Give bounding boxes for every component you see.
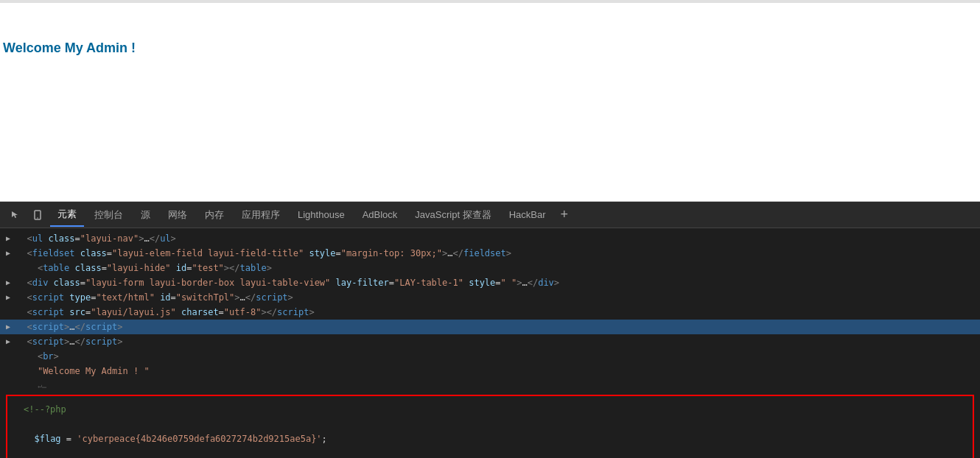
code-line-1: ▶ <ul class="layui-nav">…</ul> (0, 231, 980, 246)
php-comment-open: <!--?php (10, 402, 970, 417)
devtools-toolbar: 元素 控制台 源 网络 内存 应用程序 Lighthouse AdBlock J… (0, 202, 980, 228)
tab-sources[interactable]: 源 (133, 204, 158, 226)
code-line-3: <table class="layui-hide" id="test"></ta… (0, 261, 980, 275)
arrow-6 (6, 305, 13, 320)
arrow-3 (6, 261, 13, 275)
code-line-7-highlighted: ▶ <script>…</script> (0, 320, 980, 334)
code-line-9: <br> (0, 349, 980, 364)
arrow-1: ▶ (6, 231, 13, 246)
tab-js-profiler[interactable]: JavaScript 探查器 (407, 204, 498, 226)
php-flag-line: $flag = 'cyberpeace{4b246e0759defa602727… (10, 431, 970, 446)
arrow-9 (6, 349, 13, 364)
arrow-7: ▶ (6, 320, 13, 334)
tab-lighthouse[interactable]: Lighthouse (290, 205, 352, 225)
tab-adblock[interactable]: AdBlock (355, 205, 405, 225)
code-line-11: ↵… (0, 378, 980, 393)
tab-elements[interactable]: 元素 (50, 203, 84, 227)
device-icon[interactable] (28, 207, 47, 223)
arrow-8: ▶ (6, 334, 13, 349)
code-inspector[interactable]: ▶ <ul class="layui-nav">…</ul> ▶ <fields… (0, 228, 980, 458)
cursor-icon[interactable] (6, 207, 25, 223)
tab-network[interactable]: 网络 (161, 204, 195, 226)
tab-console[interactable]: 控制台 (87, 204, 130, 226)
arrow-10 (6, 364, 13, 378)
add-tab-button[interactable]: + (556, 205, 573, 224)
arrow-11 (6, 378, 13, 393)
code-line-4: ▶ <div class="layui-form layui-border-bo… (0, 275, 980, 290)
code-line-2: ▶ <fieldset class="layui-elem-field layu… (0, 246, 980, 261)
page-content-area: Welcome My Admin ! (0, 3, 980, 202)
arrow-2: ▶ (6, 246, 13, 261)
tab-hackbar[interactable]: HackBar (502, 205, 553, 225)
devtools-panel: 元素 控制台 源 网络 内存 应用程序 Lighthouse AdBlock J… (0, 202, 980, 458)
php-empty-line (10, 417, 970, 431)
code-line-6: <script src="layui/layui.js" charset="ut… (0, 305, 980, 320)
arrow-5: ▶ (6, 290, 13, 305)
code-line-10: "Welcome My Admin ! " (0, 364, 980, 378)
arrow-4: ▶ (6, 275, 13, 290)
flagged-code-block: <!--?php $flag = 'cyberpeace{4b246e0759d… (6, 395, 974, 458)
welcome-message: Welcome My Admin ! (3, 40, 980, 56)
svg-point-1 (37, 217, 38, 219)
tab-application[interactable]: 应用程序 (234, 204, 287, 226)
code-line-5: ▶ <script type="text/html" id="switchTpl… (0, 290, 980, 305)
tab-memory[interactable]: 内存 (197, 204, 231, 226)
code-line-8: ▶ <script>…</script> (0, 334, 980, 349)
php-empty-line-2 (10, 446, 970, 458)
